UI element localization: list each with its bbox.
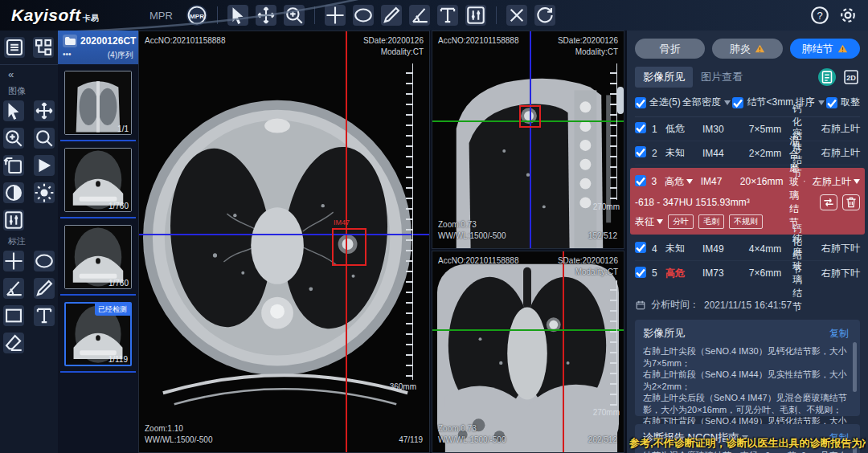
pencil-measure-button[interactable] (381, 5, 402, 26)
2d-view-icon[interactable]: 2D (842, 68, 860, 86)
collapse-sidebar-button[interactable]: « (0, 65, 58, 80)
nodule-location: 右肺下叶 (821, 242, 860, 255)
nodule-row-2[interactable]: 2 未知 IM44 2×2mm 实性结节 右肺上叶 (635, 141, 860, 165)
ruler-scale (406, 63, 413, 380)
series-thumbnail-ct-selected[interactable]: 已经检测 1/119 (64, 302, 132, 366)
calendar-icon (635, 300, 646, 311)
nodule-roi-box[interactable] (519, 105, 541, 128)
type-dropdown[interactable]: 混合磨玻璃结节 (787, 134, 805, 230)
pan-tool-button[interactable] (256, 5, 276, 26)
zoom-level: Zoom:1.10 (145, 423, 212, 435)
feature-tag[interactable]: 分叶 (668, 214, 694, 229)
crosshair-horizontal-blue[interactable] (139, 234, 429, 235)
eraser-button[interactable] (3, 333, 24, 353)
reset-button[interactable] (534, 5, 555, 26)
feature-tag[interactable]: 不规则 (729, 214, 763, 229)
report-icon[interactable] (818, 68, 836, 86)
round-checkbox[interactable]: 取整 (826, 96, 860, 109)
series-thumbnail-ct[interactable]: 1/760 (64, 225, 132, 289)
nodule-row-3-selected[interactable]: 3 高危 IM47 20×16mm 混合磨玻璃结节 左肺上叶 -618 - 34… (630, 168, 865, 235)
ellipse-annotation-button[interactable] (34, 251, 55, 271)
checkbox-checked[interactable] (635, 267, 646, 278)
viewport-scrollbar-thumb[interactable] (617, 87, 624, 114)
checkbox-checked[interactable] (635, 175, 646, 186)
axial-viewport[interactable]: IM47 360mm AccNO:202101158888 SDate:2020… (138, 31, 430, 453)
small-nodule-checkbox[interactable]: 结节<3mm (732, 96, 793, 109)
study-date-modality: SDate:20200126 Modality:CT (558, 255, 618, 278)
invert-contrast-button[interactable] (3, 182, 24, 203)
chevron-down-icon (818, 100, 825, 105)
help-icon[interactable]: ? (809, 5, 830, 26)
cursor-tool-button[interactable] (227, 5, 248, 26)
mode-pneumonia-button[interactable]: 肺炎 (712, 39, 782, 59)
nodule-row-1[interactable]: 1 低危 IM30 7×5mm 钙化结节 右肺上叶 (635, 117, 860, 141)
layout-list-button[interactable] (4, 37, 25, 58)
sagittal-viewport[interactable]: 270mm AccNO:202101158888 SDate:20200126 … (432, 31, 624, 249)
crosshair-horizontal-green[interactable] (432, 329, 624, 331)
window-level-button[interactable] (3, 210, 24, 231)
brightness-button[interactable] (34, 182, 55, 203)
feature-dropdown[interactable]: 表征 (635, 215, 663, 229)
mode-fracture-button[interactable]: 骨折 (635, 39, 705, 59)
settings-gear-icon[interactable] (837, 5, 858, 26)
location-dropdown[interactable]: 左肺上叶 (805, 175, 860, 189)
select-all-label: 全选(5) (649, 96, 681, 109)
scrollbar-thumb[interactable] (853, 342, 857, 392)
rectangle-annotation-button[interactable] (3, 305, 24, 326)
nodule-number: 2 (652, 148, 665, 159)
coronal-viewport[interactable]: 270mm AccNO:202101158888 SDate:20200126 … (432, 251, 624, 453)
nodule-roi-box[interactable] (332, 228, 366, 266)
text-annotation-button[interactable] (34, 305, 55, 326)
checkbox-checked[interactable] (635, 146, 646, 157)
copy-findings-button[interactable]: 复制 (829, 327, 849, 341)
zoom-tool-button[interactable] (284, 5, 305, 26)
tab-image-view[interactable]: 图片查看 (693, 67, 751, 88)
ellipse-tool-button[interactable] (353, 5, 374, 26)
delete-nodule-button[interactable] (842, 194, 860, 210)
checkbox-checked[interactable] (826, 97, 837, 108)
pan-tool-button[interactable] (34, 100, 55, 121)
more-options-icon[interactable]: ••• (63, 50, 72, 61)
image-index: IM73 (702, 267, 739, 279)
select-all-checkbox[interactable]: 全选(5) (635, 96, 681, 109)
crosshair-vertical-red[interactable] (563, 251, 564, 452)
series-tree-button[interactable] (33, 37, 54, 58)
crosshair-annotation-button[interactable] (3, 251, 24, 271)
checkbox-checked[interactable] (732, 97, 743, 108)
ruler-scale (610, 280, 617, 406)
risk-dropdown[interactable]: 高危 (665, 175, 701, 189)
nodule-row-4[interactable]: 4 未知 IM49 4×4mm 钙化结节 右肺下叶 (635, 237, 860, 261)
checkbox-checked[interactable] (635, 242, 646, 253)
cine-play-button[interactable] (34, 155, 55, 176)
zoom-wwwl-info: Zoom:1.10 WW/WL:1500/-500 (145, 423, 212, 446)
rotate-image-button[interactable] (3, 155, 24, 176)
checkbox-checked[interactable] (635, 97, 646, 108)
series-header[interactable]: 20200126CT ••• (4)序列 (58, 31, 138, 64)
angle-tool-button[interactable] (409, 5, 430, 26)
angle-annotation-button[interactable] (3, 278, 24, 299)
mpr-mode-icon[interactable]: MPR (186, 5, 207, 26)
cursor-tool-button[interactable] (3, 100, 24, 121)
series-thumbnail-ct[interactable]: 1/760 (64, 148, 132, 212)
series-thumbnail-scout[interactable]: 1/1 (64, 71, 132, 135)
text-tool-button[interactable] (437, 5, 458, 26)
feature-tag[interactable]: 毛刺 (698, 214, 724, 229)
magnify-button[interactable] (34, 128, 55, 149)
nodule-row-5[interactable]: 5 高危 IM73 7×6mm 纯磨玻璃结节 右肺下叶 (635, 261, 860, 285)
mode-lung-nodule-button[interactable]: 肺结节 (790, 39, 860, 59)
tab-image-findings[interactable]: 影像所见 (635, 67, 693, 88)
zoom-in-button[interactable] (3, 128, 24, 149)
pencil-annotation-button[interactable] (34, 278, 55, 299)
feature-label: 表征 (635, 215, 654, 229)
slice-position: 152/512 (588, 231, 617, 242)
window-level-button[interactable] (465, 5, 486, 26)
slice-position: 262/512 (588, 435, 617, 446)
finding-line: 左肺上叶尖后段（SeNO.4 IM47）见混合磨玻璃结节影，大小为20×16mm… (643, 392, 849, 415)
checkbox-checked[interactable] (635, 122, 646, 133)
modality: Modality:CT (558, 47, 618, 58)
crosshair-vertical-blue[interactable] (530, 31, 531, 248)
compare-nodule-button[interactable] (820, 194, 837, 210)
crosshair-tool-button[interactable] (325, 5, 346, 26)
clear-annotations-button[interactable] (506, 5, 527, 26)
density-dropdown[interactable]: 全部密度 (682, 96, 731, 109)
